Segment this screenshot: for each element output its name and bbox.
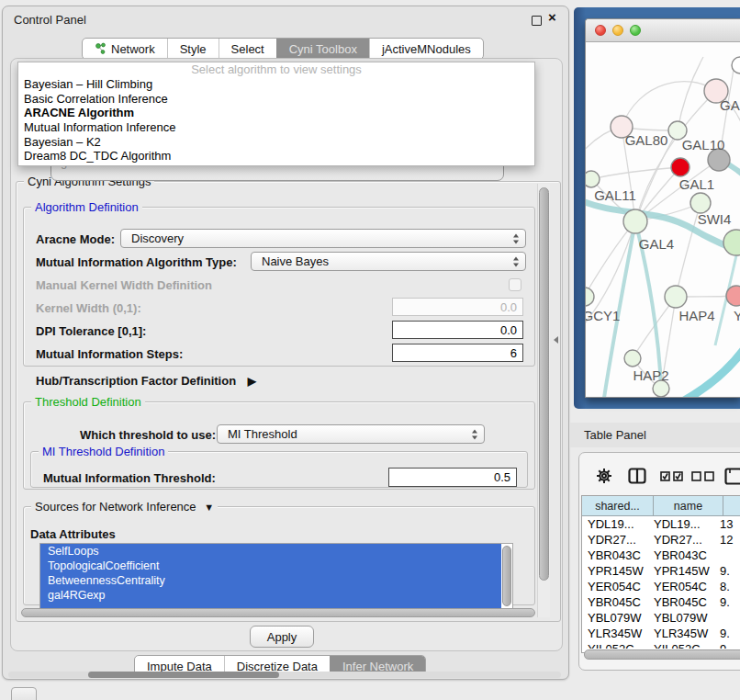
settings-scrollbar-thumb[interactable] bbox=[539, 187, 549, 581]
table-row[interactable]: YDL19...YDL19...13 bbox=[582, 516, 740, 532]
node-label: GAL1 bbox=[679, 176, 714, 192]
data-attributes-list[interactable]: SelfLoops TopologicalCoefficient Between… bbox=[39, 543, 513, 609]
node-label: GCY1 bbox=[586, 308, 620, 323]
cell: YIL052C bbox=[582, 642, 654, 649]
tab-network[interactable]: Network bbox=[83, 39, 167, 59]
apply-button[interactable]: Apply bbox=[250, 626, 314, 648]
cell: YBR045C bbox=[654, 595, 720, 609]
float-window-icon[interactable] bbox=[532, 16, 542, 26]
mi-threshold-field[interactable]: 0.5 bbox=[388, 468, 517, 487]
collapsed-panel-button[interactable] bbox=[11, 687, 37, 700]
gear-icon[interactable] bbox=[596, 468, 612, 484]
edge bbox=[591, 167, 680, 179]
algorithm-option[interactable]: Mutual Information Inference bbox=[18, 120, 534, 135]
which-threshold-combo[interactable]: MI Threshold bbox=[217, 424, 485, 444]
hub-definition-toggle[interactable]: Hub/Transcription Factor Definition ▶ bbox=[36, 374, 256, 388]
collapse-down-icon[interactable]: ▼ bbox=[204, 502, 214, 513]
control-panel-tabbar: Network Style Select Cyni Toolbox jActiv… bbox=[82, 38, 484, 60]
dpi-tolerance-label: DPI Tolerance [0,1]: bbox=[36, 324, 146, 338]
combo-stepper-icon bbox=[512, 256, 520, 266]
tab-jactivemnodules[interactable]: jActiveMNodules bbox=[369, 39, 483, 59]
mac-close-icon[interactable] bbox=[595, 25, 606, 36]
node-hap2[interactable] bbox=[624, 350, 641, 367]
mac-zoom-icon[interactable] bbox=[630, 25, 641, 36]
cell: YDL19... bbox=[582, 517, 654, 531]
mac-minimize-icon[interactable] bbox=[612, 25, 623, 36]
network-canvas[interactable]: GAL GAL80 GAL10 GAL1 GAL11 SWI4 GAL4 GCY… bbox=[586, 42, 740, 397]
table-row[interactable]: YLR345WYLR345W9. bbox=[582, 626, 740, 641]
attributes-scrollbar-thumb[interactable] bbox=[502, 546, 511, 606]
table-row[interactable]: YBR043CYBR043C bbox=[582, 548, 740, 563]
node-gcy1[interactable] bbox=[586, 288, 594, 306]
data-attributes-label: Data Attributes bbox=[30, 527, 116, 541]
network-window-titlebar[interactable] bbox=[586, 19, 740, 42]
cell: YLR345W bbox=[582, 627, 654, 640]
mi-type-combo[interactable]: Naive Bayes bbox=[251, 252, 526, 271]
panel-divider-handle-icon[interactable] bbox=[554, 336, 558, 344]
node-gal4[interactable] bbox=[623, 209, 647, 233]
node-label: GAL bbox=[720, 97, 740, 113]
node-swi4[interactable] bbox=[723, 230, 740, 255]
deselect-all-checkboxes-icon[interactable] bbox=[691, 471, 715, 481]
cell: YDL19... bbox=[654, 517, 720, 531]
tab-select[interactable]: Select bbox=[219, 39, 276, 59]
table-row[interactable]: YBR045CYBR045C9. bbox=[582, 594, 740, 610]
column-header-name[interactable]: name bbox=[654, 496, 723, 516]
cell: 9. bbox=[720, 564, 740, 578]
list-item[interactable]: gal4RGexp bbox=[40, 588, 501, 603]
cell: 9. bbox=[720, 627, 740, 640]
sources-group-title[interactable]: Sources for Network Inference ▼ bbox=[31, 500, 218, 514]
cell: YIL052C bbox=[654, 642, 720, 649]
aracne-mode-combo[interactable]: Discovery bbox=[120, 229, 526, 248]
columns-icon[interactable] bbox=[628, 468, 646, 484]
mi-steps-field[interactable]: 6 bbox=[392, 344, 523, 362]
algorithm-option[interactable]: Basic Correlation Inference bbox=[18, 92, 534, 107]
panel-hscrollbar-thumb[interactable] bbox=[88, 672, 279, 678]
node-label: GAL4 bbox=[639, 236, 674, 252]
cell: YBR045C bbox=[582, 595, 654, 609]
node-gal1[interactable] bbox=[690, 193, 711, 213]
close-icon[interactable]: × bbox=[548, 9, 556, 25]
cell: YBL079W bbox=[582, 611, 654, 625]
list-item[interactable]: BetweennessCentrality bbox=[40, 573, 501, 588]
network-nodes bbox=[586, 57, 740, 397]
list-item[interactable]: SelfLoops bbox=[40, 544, 501, 559]
import-table-icon[interactable] bbox=[724, 468, 740, 485]
node-label: GAL11 bbox=[594, 187, 636, 203]
tab-style[interactable]: Style bbox=[167, 39, 219, 59]
table-hscrollbar-thumb[interactable] bbox=[584, 649, 740, 660]
table-row[interactable]: YDR27...YDR27...12 bbox=[582, 532, 740, 548]
cell: YER054C bbox=[654, 580, 720, 593]
cell: YER054C bbox=[582, 580, 654, 593]
node-red[interactable] bbox=[671, 158, 690, 176]
table-row[interactable]: YBL079WYBL079W bbox=[582, 610, 740, 626]
manual-kernel-checkbox[interactable] bbox=[509, 278, 521, 291]
edge bbox=[674, 347, 740, 397]
network-view-window[interactable]: GAL GAL80 GAL10 GAL1 GAL11 SWI4 GAL4 GCY… bbox=[585, 18, 740, 398]
node-label: HAP2 bbox=[633, 367, 668, 383]
column-header-cut[interactable] bbox=[723, 496, 740, 516]
table-row[interactable]: YPR145WYPR145W9. bbox=[582, 563, 740, 579]
dpi-tolerance-field[interactable]: 0.0 bbox=[392, 321, 523, 339]
cell: YLR345W bbox=[654, 627, 720, 640]
cell: YBR043C bbox=[582, 548, 654, 562]
node-salmon[interactable] bbox=[726, 286, 740, 306]
node-label: GAL80 bbox=[625, 132, 668, 148]
kernel-width-field[interactable]: 0.0 bbox=[392, 298, 523, 316]
settings-hscrollbar-thumb[interactable] bbox=[21, 608, 535, 617]
algorithm-option[interactable]: Bayesian – Hill Climbing bbox=[18, 77, 534, 92]
algorithm-option-selected[interactable]: ARACNE Algorithm bbox=[18, 106, 534, 120]
table-row[interactable]: YER054CYER054C8. bbox=[582, 579, 740, 594]
aracne-mode-value: Discovery bbox=[131, 231, 184, 245]
algorithm-option[interactable]: Dream8 DC_TDC Algorithm bbox=[18, 149, 534, 164]
tab-cyni-toolbox[interactable]: Cyni Toolbox bbox=[276, 39, 369, 59]
select-all-checkboxes-icon[interactable] bbox=[660, 471, 684, 481]
table-row[interactable]: YIL052CYIL052C9 bbox=[582, 641, 740, 649]
node-hap4[interactable] bbox=[665, 286, 687, 308]
column-header-shared-name[interactable]: shared... bbox=[582, 496, 654, 516]
node-gal11[interactable] bbox=[586, 171, 600, 187]
expand-right-icon[interactable]: ▶ bbox=[248, 375, 256, 388]
list-item[interactable]: TopologicalCoefficient bbox=[40, 559, 501, 573]
algorithm-option[interactable]: Bayesian – K2 bbox=[18, 135, 534, 150]
cell: 8. bbox=[720, 580, 740, 593]
